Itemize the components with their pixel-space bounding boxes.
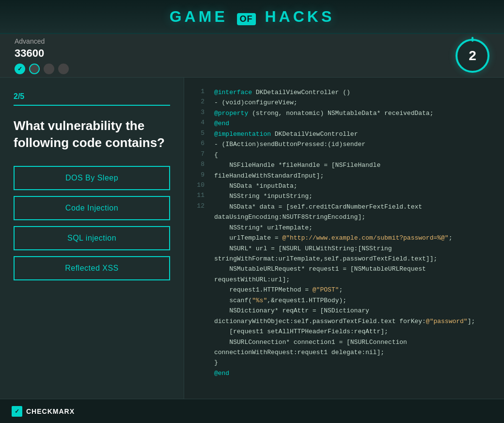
code-line: stringWithFormat:urlTemplate,self.passwo… bbox=[196, 254, 492, 264]
code-line: 3@property (strong, nonatomic) NSMutable… bbox=[196, 108, 492, 118]
title-part2: HACKS bbox=[265, 8, 335, 25]
main-content: 2/5 What vulnerability the following cod… bbox=[0, 78, 504, 423]
code-line: 8 NSFileHandle *fileHandle = [NSFileHand… bbox=[196, 160, 492, 170]
timer-value: 2 bbox=[469, 48, 476, 64]
checkmarx-icon: ✓ bbox=[12, 406, 22, 417]
left-panel: 2/5 What vulnerability the following cod… bbox=[0, 78, 184, 423]
answer-dos-by-sleep[interactable]: DOS By Sleep bbox=[14, 166, 170, 190]
code-line: 11 NSString *inputString; bbox=[196, 191, 492, 201]
timer-circle: 2 bbox=[456, 39, 489, 73]
code-line: 4@end bbox=[196, 118, 492, 129]
answers: DOS By Sleep Code Injection SQL injectio… bbox=[14, 166, 170, 280]
code-line: 9fileHandleWithStandardInput]; bbox=[196, 171, 492, 181]
code-panel: 1@interface DKDetailViewController () 2-… bbox=[184, 78, 504, 423]
code-line: scanf("%s",&request1.HTTPBody); bbox=[196, 295, 492, 306]
dot-3 bbox=[44, 64, 54, 74]
code-line: dataUsingEncoding:NSUTF8StringEncoding]; bbox=[196, 212, 492, 222]
code-line: connectionWithRequest:request1 delegate:… bbox=[196, 347, 492, 358]
code-line: NSURLConnection* connection1 = [NSURLCon… bbox=[196, 337, 492, 347]
code-block: 1@interface DKDetailViewController () 2-… bbox=[196, 87, 492, 378]
timer-container: 2 bbox=[456, 39, 489, 73]
code-line: } bbox=[196, 358, 492, 368]
score-value: 33600 bbox=[15, 47, 69, 60]
code-line: 5@implementation DKDetailViewController bbox=[196, 129, 492, 139]
dot-2 bbox=[29, 64, 40, 74]
code-line: 7{ bbox=[196, 150, 492, 160]
answer-sql-injection[interactable]: SQL injection bbox=[14, 226, 170, 250]
code-line: dictionaryWithObject:self.passwordTextFi… bbox=[196, 316, 492, 326]
code-line: 2- (void)configureView; bbox=[196, 98, 492, 108]
code-line: [request1 setAllHTTPHeaderFields:reqAttr… bbox=[196, 326, 492, 337]
code-line: NSString* urlTemplate; bbox=[196, 223, 492, 233]
header: GAME OF HACKS bbox=[0, 0, 504, 34]
dot-1: ✓ bbox=[15, 64, 25, 74]
code-line: request1.HTTPMethod = @"POST"; bbox=[196, 285, 492, 295]
code-line: @end bbox=[196, 368, 492, 378]
footer: ✓ CHECKMARX bbox=[0, 399, 504, 423]
code-line: 12 NSData* data = [self.creditCardNumber… bbox=[196, 202, 492, 212]
score-info: Advanced 33600 ✓ bbox=[15, 37, 69, 74]
checkmarx-text: CHECKMARX bbox=[26, 407, 75, 415]
app-title: GAME OF HACKS bbox=[170, 8, 335, 26]
checkmarx-logo: ✓ CHECKMARX bbox=[12, 406, 75, 417]
code-line: 6- (IBAction)sendButtonPressed:(id)sende… bbox=[196, 139, 492, 149]
code-line: urlTemplate = @"http://www.example.com/s… bbox=[196, 233, 492, 243]
question-progress: 2/5 bbox=[14, 92, 170, 106]
code-line: 10 NSData *inputData; bbox=[196, 181, 492, 191]
timer-tick bbox=[472, 37, 473, 42]
score-dots: ✓ bbox=[15, 64, 69, 74]
level-label: Advanced bbox=[15, 37, 69, 45]
answer-reflected-xss[interactable]: Reflected XSS bbox=[14, 256, 170, 280]
code-line: NSURL* url = [NSURL URLWithString:[NSStr… bbox=[196, 244, 492, 254]
question-text: What vulnerability the following code co… bbox=[14, 117, 170, 151]
dot-4 bbox=[58, 64, 69, 74]
code-line: NSDictionary* reqAttr = [NSDictionary bbox=[196, 306, 492, 316]
title-part1: GAME bbox=[170, 8, 228, 25]
answer-code-injection[interactable]: Code Injection bbox=[14, 196, 170, 220]
code-line: requestWithURL:url]; bbox=[196, 275, 492, 285]
code-line: 1@interface DKDetailViewController () bbox=[196, 87, 492, 98]
of-badge: OF bbox=[237, 13, 256, 25]
code-line: NSMutableURLRequest* request1 = [NSMutab… bbox=[196, 264, 492, 274]
score-bar: Advanced 33600 ✓ 2 bbox=[0, 34, 504, 78]
